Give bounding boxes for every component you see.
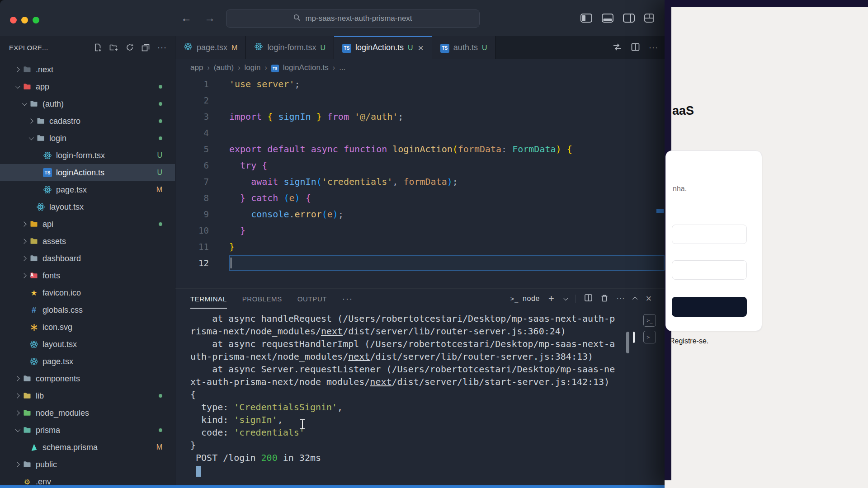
email-field[interactable] xyxy=(672,225,747,244)
tree-item-globals-css[interactable]: #globals.css xyxy=(0,301,175,319)
panel-more-actions-icon[interactable]: ··· xyxy=(617,295,625,303)
line-number: 4 xyxy=(175,128,209,138)
tree-item-assets[interactable]: assets xyxy=(0,233,175,250)
tree-item-cadastro[interactable]: cadastro xyxy=(0,113,175,130)
tab-auth-ts[interactable]: TS auth.ts U xyxy=(432,36,496,59)
tab-page-tsx[interactable]: page.tsx M xyxy=(175,36,246,59)
tree-item-label: api xyxy=(42,220,53,229)
tree-item-label: fonts xyxy=(42,271,60,281)
css-icon: # xyxy=(28,305,39,315)
divider xyxy=(576,295,576,303)
terminal-profile-dropdown-icon[interactable] xyxy=(563,296,568,300)
open-changes-icon[interactable] xyxy=(612,43,622,53)
breadcrumb-item[interactable]: loginAction.ts xyxy=(283,63,329,72)
collapse-folders-icon[interactable] xyxy=(142,43,150,52)
register-link[interactable]: Registre-se. xyxy=(670,337,708,345)
chevron-right-icon xyxy=(13,377,22,380)
tree-item-label: favicon.ico xyxy=(42,288,81,298)
maximize-panel-icon[interactable] xyxy=(632,297,637,302)
panel-more-tabs-icon[interactable]: ··· xyxy=(342,294,353,304)
tree-item-layout-tsx[interactable]: layout.tsx xyxy=(0,336,175,353)
tree-item-lib[interactable]: lib xyxy=(0,387,175,404)
back-icon[interactable]: ← xyxy=(181,12,192,24)
tree-item-label: cadastro xyxy=(49,117,80,126)
new-folder-icon[interactable] xyxy=(109,43,118,52)
code-editor[interactable]: 1'use server';23import { signIn } from '… xyxy=(175,76,665,288)
tree-item-loginaction-ts[interactable]: TSloginAction.tsU xyxy=(0,164,175,181)
explorer-title: EXPLORE... xyxy=(9,44,48,52)
tree-item-favicon-ico[interactable]: ★favicon.ico xyxy=(0,284,175,301)
close-tab-icon[interactable]: × xyxy=(418,42,424,53)
code-line-4: 4 xyxy=(175,125,665,141)
split-editor-icon[interactable] xyxy=(631,43,640,53)
breadcrumb-item[interactable]: ... xyxy=(339,63,345,72)
folder-icon xyxy=(22,65,33,74)
tab-loginaction-ts[interactable]: TS loginAction.ts U × xyxy=(334,36,432,59)
tree-item-page-tsx[interactable]: page.tsx xyxy=(0,353,175,370)
tree-item-page-tsx[interactable]: page.tsxM xyxy=(0,181,175,198)
tree-item-icon-svg[interactable]: icon.svg xyxy=(0,319,175,336)
tree-item-label: node_modules xyxy=(36,408,89,418)
customize-layout-icon[interactable] xyxy=(644,14,654,23)
toggle-panel-icon[interactable] xyxy=(602,14,613,23)
tab-login-form-tsx[interactable]: login-form.tsx U xyxy=(246,36,334,59)
command-center[interactable]: mp-saas-next-auth-prisma-next xyxy=(226,9,480,28)
close-window-button[interactable] xyxy=(10,17,17,23)
submit-button[interactable] xyxy=(672,297,747,317)
tree-item-components[interactable]: components xyxy=(0,370,175,387)
tab-problems[interactable]: PROBLEMS xyxy=(242,289,282,309)
zoom-window-button[interactable] xyxy=(33,17,39,23)
chevron-right-icon: › xyxy=(333,64,335,72)
chevron-down-icon xyxy=(13,428,22,432)
tree-item-dashboard[interactable]: dashboard xyxy=(0,250,175,267)
tree-item-api[interactable]: api xyxy=(0,216,175,233)
terminal-instance-icon[interactable]: >_ xyxy=(643,314,656,327)
toggle-secondary-sidebar-icon[interactable] xyxy=(623,14,635,23)
tree-item--next[interactable]: .next xyxy=(0,61,175,78)
tree-item-layout-tsx[interactable]: layout.tsx xyxy=(0,198,175,216)
tab-output[interactable]: OUTPUT xyxy=(297,289,327,309)
tree-item-label: icon.svg xyxy=(42,323,72,332)
tree-item-fonts[interactable]: Afonts xyxy=(0,267,175,284)
breadcrumb-item[interactable]: login xyxy=(244,63,260,72)
explorer-more-actions-icon[interactable]: ··· xyxy=(157,43,167,52)
tree-item-login[interactable]: login xyxy=(0,130,175,147)
terminal-output[interactable]: at async handleRequest (/Users/robertotc… xyxy=(190,312,619,485)
git-changes-dot xyxy=(159,85,162,89)
chevron-right-icon xyxy=(19,274,28,277)
close-panel-icon[interactable]: × xyxy=(646,293,652,305)
tab-terminal[interactable]: TERMINAL xyxy=(190,289,227,309)
refresh-explorer-icon[interactable] xyxy=(126,43,134,52)
tree-item-prisma[interactable]: prisma xyxy=(0,422,175,439)
kill-terminal-icon[interactable] xyxy=(601,294,608,304)
tab-label: auth.ts xyxy=(453,43,478,52)
new-terminal-icon[interactable]: + xyxy=(548,293,554,305)
editor-more-actions-icon[interactable]: ··· xyxy=(649,43,658,52)
git-modified-badge: M xyxy=(231,44,237,52)
split-terminal-icon[interactable] xyxy=(585,294,592,303)
minimize-window-button[interactable] xyxy=(21,17,28,23)
tree-item--env[interactable]: ⚙.env xyxy=(0,473,175,485)
tabbar: page.tsx M login-form.tsx U TS loginActi… xyxy=(175,36,665,59)
react-icon xyxy=(28,357,39,366)
login-card: nha. xyxy=(665,150,762,331)
new-file-icon[interactable] xyxy=(94,43,102,52)
command-center-title: mp-saas-next-auth-prisma-next xyxy=(305,14,412,23)
tree-item-label: .next xyxy=(36,65,53,75)
forward-icon[interactable]: → xyxy=(204,12,215,24)
toggle-primary-sidebar-icon[interactable] xyxy=(580,14,592,23)
folder-icon xyxy=(28,237,39,246)
password-field[interactable] xyxy=(672,260,747,280)
tree-item-app[interactable]: app xyxy=(0,78,175,95)
line-number: 1 xyxy=(175,79,209,89)
terminal-instance-icon-active[interactable]: >_ xyxy=(643,331,656,343)
tree-item-public[interactable]: public xyxy=(0,456,175,473)
tree-item-schema-prisma[interactable]: schema.prismaM xyxy=(0,439,175,456)
terminal-scrollbar[interactable] xyxy=(626,332,629,353)
tree-item-login-form-tsx[interactable]: login-form.tsxU xyxy=(0,147,175,164)
breadcrumb-item[interactable]: (auth) xyxy=(214,63,234,72)
tree-item-node-modules[interactable]: node_modules xyxy=(0,404,175,422)
breadcrumb-item[interactable]: app xyxy=(190,63,203,72)
tree-item--auth-[interactable]: (auth) xyxy=(0,95,175,113)
tree-item-label: layout.tsx xyxy=(42,340,77,349)
